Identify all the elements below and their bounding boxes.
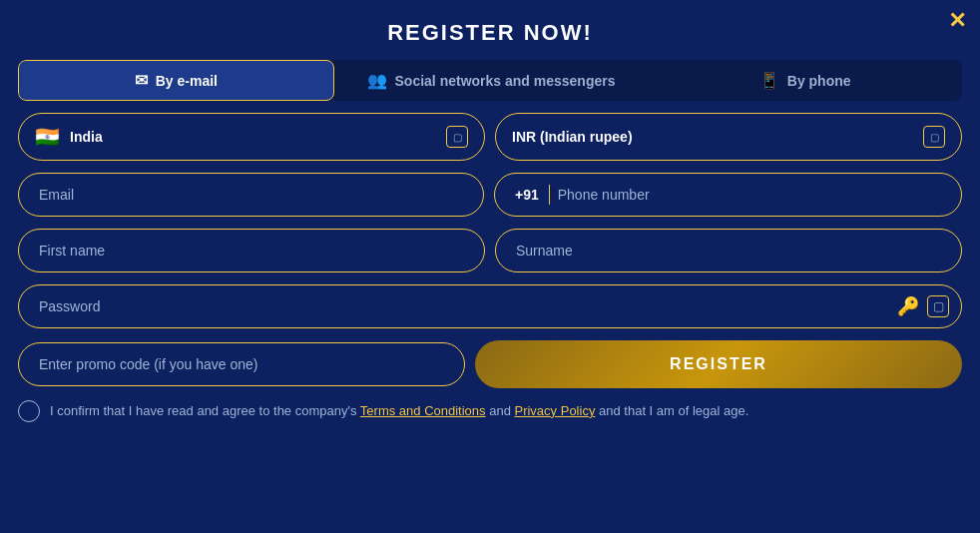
phone-divider — [549, 185, 550, 205]
country-flag: 🇮🇳 — [35, 125, 60, 149]
tab-email[interactable]: ✉ By e-mail — [18, 60, 334, 101]
surname-input-wrap — [495, 229, 962, 272]
name-row — [18, 229, 962, 272]
currency-dropdown-icon: ▢ — [923, 126, 945, 148]
phone-input-wrap: +91 — [494, 173, 962, 217]
phone-prefix: +91 — [495, 174, 549, 216]
tab-phone-label: By phone — [787, 73, 851, 89]
firstname-input[interactable] — [18, 229, 485, 272]
terms-connector: and — [486, 403, 515, 418]
close-button[interactable]: ✕ — [948, 10, 966, 32]
country-currency-row: 🇮🇳 India ▢ INR (Indian rupee) ▢ — [18, 113, 962, 161]
terms-row: I confirm that I have read and agree to … — [18, 400, 962, 422]
email-phone-row: +91 — [18, 173, 962, 217]
country-select[interactable]: 🇮🇳 India ▢ — [18, 113, 485, 161]
privacy-policy-link[interactable]: Privacy Policy — [514, 403, 595, 418]
email-input[interactable] — [18, 173, 484, 217]
key-icon: 🔑 — [897, 295, 919, 317]
tab-social-label: Social networks and messengers — [395, 73, 616, 89]
currency-select[interactable]: INR (Indian rupee) ▢ — [495, 113, 962, 161]
modal-title: REGISTER NOW! — [18, 20, 962, 46]
register-button[interactable]: REGISTER — [475, 340, 962, 388]
phone-input[interactable] — [558, 174, 961, 216]
promo-input[interactable] — [18, 342, 465, 386]
password-icons: 🔑 ▢ — [897, 295, 949, 317]
terms-conditions-link[interactable]: Terms and Conditions — [360, 403, 486, 418]
country-dropdown-icon: ▢ — [446, 126, 468, 148]
tab-phone[interactable]: 📱 By phone — [648, 60, 962, 101]
registration-tabs: ✉ By e-mail 👥 Social networks and messen… — [18, 60, 962, 101]
register-modal: ✕ REGISTER NOW! ✉ By e-mail 👥 Social net… — [0, 0, 980, 533]
terms-text: I confirm that I have read and agree to … — [50, 402, 748, 420]
surname-input[interactable] — [495, 229, 962, 272]
password-row: 🔑 ▢ — [18, 284, 962, 328]
terms-checkbox[interactable] — [18, 400, 40, 422]
tab-social[interactable]: 👥 Social networks and messengers — [334, 60, 649, 101]
tab-email-label: By e-mail — [156, 73, 218, 89]
email-input-wrap — [18, 173, 484, 217]
password-input[interactable] — [39, 285, 897, 327]
promo-input-wrap — [18, 342, 465, 386]
password-toggle-icon[interactable]: ▢ — [927, 295, 949, 317]
terms-prefix: I confirm that I have read and agree to … — [50, 403, 360, 418]
terms-suffix: and that I am of legal age. — [595, 403, 748, 418]
password-input-wrap: 🔑 ▢ — [18, 284, 962, 328]
firstname-input-wrap — [18, 229, 485, 272]
country-label: India — [70, 129, 446, 145]
email-tab-icon: ✉ — [135, 71, 148, 90]
phone-tab-icon: 📱 — [759, 71, 779, 90]
social-tab-icon: 👥 — [367, 71, 387, 90]
promo-register-row: REGISTER — [18, 340, 962, 388]
currency-label: INR (Indian rupee) — [512, 129, 923, 145]
